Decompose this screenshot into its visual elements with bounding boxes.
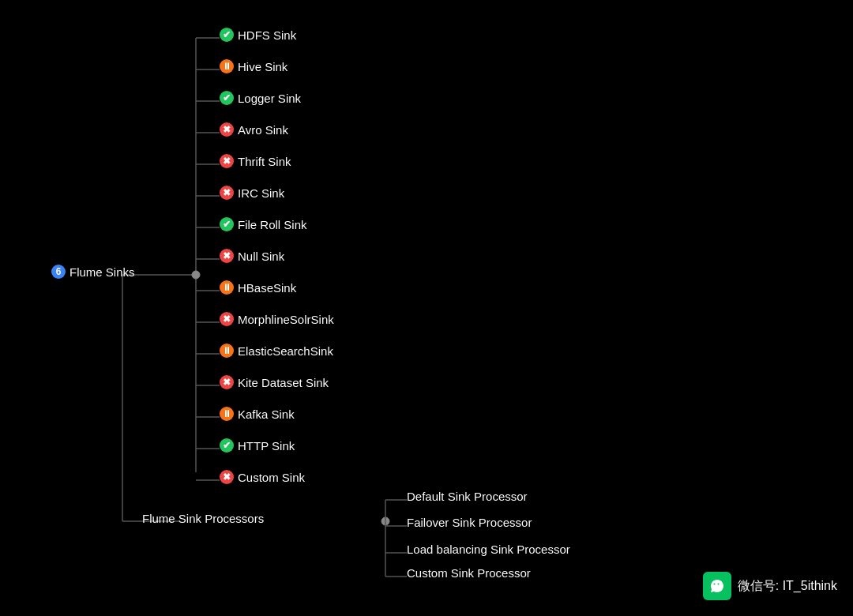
sink-item-hdfs: ✔ HDFS Sink (220, 28, 296, 42)
flume-sinks-icon: 6 (51, 265, 66, 279)
sink-item-logger: ✔ Logger Sink (220, 91, 301, 105)
watermark-text: 微信号: IT_5ithink (738, 578, 837, 595)
fileroll-sink-label: File Roll Sink (238, 218, 307, 231)
sink-item-avro: ✖ Avro Sink (220, 122, 288, 137)
diagram-container: 6 Flume Sinks ✔ HDFS Sink ⏸ Hive Sink ✔ … (0, 0, 853, 616)
irc-sink-label: IRC Sink (238, 186, 284, 200)
morphline-sink-label: MorphlineSolrSink (238, 313, 334, 326)
kite-sink-label: Kite Dataset Sink (238, 376, 329, 389)
null-sink-icon: ✖ (220, 249, 234, 263)
processor-item-loadbalancing: Load balancing Sink Processor (407, 543, 570, 556)
hbase-sink-icon: ⏸ (220, 280, 234, 295)
default-processor-label: Default Sink Processor (407, 490, 528, 503)
processor-item-failover: Failover Sink Processor (407, 516, 532, 529)
flume-sinks-label: Flume Sinks (70, 265, 135, 279)
avro-sink-icon: ✖ (220, 122, 234, 137)
fileroll-sink-icon: ✔ (220, 217, 234, 231)
http-sink-icon: ✔ (220, 438, 234, 453)
morphline-sink-icon: ✖ (220, 312, 234, 326)
sink-item-hive: ⏸ Hive Sink (220, 59, 287, 73)
thrift-sink-label: Thrift Sink (238, 155, 291, 168)
hive-sink-label: Hive Sink (238, 60, 287, 73)
watermark: 微信号: IT_5ithink (703, 572, 837, 600)
processor-item-default: Default Sink Processor (407, 490, 528, 503)
sink-item-null: ✖ Null Sink (220, 249, 284, 263)
hdfs-sink-label: HDFS Sink (238, 28, 296, 42)
elasticsearch-sink-label: ElasticSearchSink (238, 344, 333, 358)
custom-processor-label: Custom Sink Processor (407, 566, 531, 580)
svg-point-19 (192, 271, 200, 279)
custom-sink-icon: ✖ (220, 470, 234, 484)
logger-sink-icon: ✔ (220, 91, 234, 105)
logger-sink-label: Logger Sink (238, 92, 301, 105)
avro-sink-label: Avro Sink (238, 123, 288, 137)
kafka-sink-icon: ⏸ (220, 407, 234, 421)
kafka-sink-label: Kafka Sink (238, 408, 295, 421)
hdfs-sink-icon: ✔ (220, 28, 234, 42)
sink-item-morphline: ✖ MorphlineSolrSink (220, 312, 334, 326)
irc-sink-icon: ✖ (220, 186, 234, 200)
loadbalancing-processor-label: Load balancing Sink Processor (407, 543, 570, 556)
sink-item-custom: ✖ Custom Sink (220, 470, 305, 484)
sink-item-http: ✔ HTTP Sink (220, 438, 295, 453)
elasticsearch-sink-icon: ⏸ (220, 344, 234, 358)
sink-item-fileroll: ✔ File Roll Sink (220, 217, 307, 231)
null-sink-label: Null Sink (238, 250, 284, 263)
custom-sink-label: Custom Sink (238, 471, 305, 484)
sink-item-kite: ✖ Kite Dataset Sink (220, 375, 329, 389)
sink-item-irc: ✖ IRC Sink (220, 186, 284, 200)
hive-sink-icon: ⏸ (220, 59, 234, 73)
processor-item-custom: Custom Sink Processor (407, 566, 531, 580)
http-sink-label: HTTP Sink (238, 439, 295, 453)
sink-item-kafka: ⏸ Kafka Sink (220, 407, 295, 421)
kite-sink-icon: ✖ (220, 375, 234, 389)
flume-sink-processors-node: Flume Sink Processors (142, 512, 264, 525)
svg-point-20 (381, 517, 389, 525)
flume-sinks-node: 6 Flume Sinks (51, 265, 135, 279)
sink-item-hbase: ⏸ HBaseSink (220, 280, 296, 295)
wechat-icon (703, 572, 731, 600)
sink-item-elasticsearch: ⏸ ElasticSearchSink (220, 344, 333, 358)
flume-sink-processors-label: Flume Sink Processors (142, 512, 264, 525)
failover-processor-label: Failover Sink Processor (407, 516, 532, 529)
sink-item-thrift: ✖ Thrift Sink (220, 154, 291, 168)
thrift-sink-icon: ✖ (220, 154, 234, 168)
hbase-sink-label: HBaseSink (238, 281, 296, 295)
